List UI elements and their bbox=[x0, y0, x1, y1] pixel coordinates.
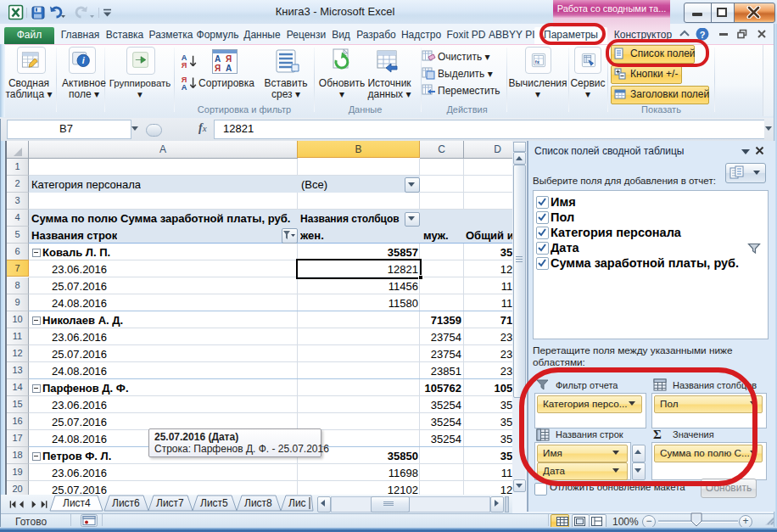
svg-text:?: ? bbox=[700, 30, 706, 40]
svg-text:Я: Я bbox=[226, 54, 232, 64]
svg-text:Лист4: Лист4 bbox=[63, 497, 91, 509]
svg-text:Я: Я bbox=[215, 64, 221, 73]
svg-text:А: А bbox=[226, 64, 232, 73]
svg-text:Лист8: Лист8 bbox=[244, 497, 272, 509]
svg-text:Лист5: Лист5 bbox=[200, 497, 228, 509]
svg-text:А: А bbox=[182, 83, 187, 92]
svg-text:Лис: Лис bbox=[288, 497, 306, 509]
svg-text:Лист7: Лист7 bbox=[156, 497, 184, 509]
svg-text:Лист6: Лист6 bbox=[112, 497, 140, 509]
svg-text:Я: Я bbox=[182, 62, 187, 70]
svg-text:А: А bbox=[215, 54, 221, 64]
